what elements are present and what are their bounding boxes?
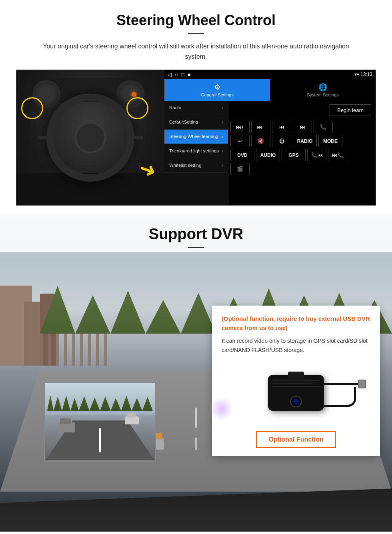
clock: 13:13 (360, 72, 372, 77)
tab-system-label: System Settings (307, 92, 338, 97)
steering-wheel-section: Steering Wheel Control Your original car… (0, 0, 392, 214)
section2-title-wrap: Support DVR (0, 214, 392, 252)
radio-button[interactable]: RADIO (293, 135, 317, 147)
android-content-area: Radio › DefaultSetting › Steering Wheel … (164, 101, 376, 205)
gear-icon: ⚙ (214, 83, 220, 92)
dvr-optional-text: (Optional function, require to buy exter… (222, 314, 370, 332)
prev-button[interactable]: ⏮ (272, 121, 291, 133)
menu-item-radio[interactable]: Radio › (164, 101, 228, 115)
dvr-desc-text: It can record video only to storage in G… (222, 336, 370, 354)
control-row-3: DVD AUDIO GPS 📞⏮ ⏭📞 (230, 149, 374, 161)
section2-title: Support DVR (0, 226, 392, 243)
dvr-thumb-center-line (99, 428, 101, 452)
steering-photo-panel: ➜ (16, 70, 164, 205)
home-icon: ○ (175, 72, 178, 78)
mute-button[interactable]: 🔇 (251, 135, 270, 147)
globe-icon: 🌐 (318, 83, 327, 92)
dvd-button[interactable]: DVD (230, 149, 254, 161)
camera-mount-top (288, 372, 304, 378)
dvr-thumb-scene (45, 383, 155, 460)
dvr-camera-illustration (222, 361, 370, 425)
gps-button[interactable]: GPS (282, 149, 306, 161)
vol-down-button[interactable]: ⏮− (251, 121, 270, 133)
phone-next-button[interactable]: ⏭📞 (328, 149, 347, 161)
optional-function-button[interactable]: Optional Function (256, 431, 336, 448)
statusbar-time: ▾▾ 13:13 (354, 72, 372, 77)
menu-item-steering-label: Steering Wheel learning (169, 134, 218, 140)
light-glow (210, 397, 234, 421)
steering-wheel-ring (46, 94, 134, 182)
audio-button[interactable]: AUDIO (256, 149, 280, 161)
tab-general-label: General Settings (201, 92, 234, 97)
dvr-button[interactable]: 🎬 (230, 163, 250, 175)
chevron-icon-2: › (222, 120, 223, 124)
usb-cable (312, 383, 360, 385)
control-row-2: ↩ 🔇 ⏻ RADIO MODE (230, 135, 374, 147)
menu-item-whitelist-label: Whitelist setting (169, 162, 202, 168)
dvr-thumbnail-image (44, 382, 156, 462)
menu-icon: ■ (188, 72, 191, 78)
dvr-camera-body (268, 375, 324, 411)
right-button-highlight (126, 97, 148, 119)
signal-icon: ▾▾ (354, 72, 360, 77)
support-dvr-section: Support DVR (0, 214, 392, 532)
begin-learn-button[interactable]: Begin learn (330, 104, 371, 116)
menu-item-tricoloured-label: Tricoloured light settings (169, 148, 219, 154)
android-tabs[interactable]: ⚙ General Settings 🌐 System Settings (164, 79, 376, 101)
menu-item-defaultsetting[interactable]: DefaultSetting › (164, 115, 228, 130)
power-button[interactable]: ⏻ (272, 135, 291, 147)
control-row-4: 🎬 (230, 163, 374, 175)
camera-lens (290, 396, 302, 408)
dvr-info-card: (Optional function, require to buy exter… (212, 306, 380, 456)
back-icon: ◁ (168, 72, 172, 78)
chevron-icon-4: › (222, 149, 223, 153)
menu-item-radio-label: Radio (169, 105, 181, 111)
steering-ui-mockup: ➜ ◁ ○ □ ■ ▾▾ 13:13 (16, 70, 376, 206)
phone-button[interactable]: 📞 (314, 121, 333, 133)
section1-divider (188, 33, 204, 34)
chevron-icon-3: › (222, 134, 223, 139)
begin-learn-row: Begin learn (230, 103, 374, 119)
menu-item-tricoloured[interactable]: Tricoloured light settings › (164, 144, 228, 158)
chevron-icon-5: › (222, 163, 223, 168)
steering-wheel-control-grid[interactable]: Begin learn ⏭+ ⏮− ⏮ ⏭ 📞 ↩ 🔇 ⏻ (228, 101, 376, 205)
spoke-left (38, 136, 54, 139)
statusbar-icons: ◁ ○ □ ■ (168, 72, 191, 78)
left-button-highlight (21, 97, 43, 119)
android-statusbar: ◁ ○ □ ■ ▾▾ 13:13 (164, 70, 376, 79)
vol-up-button[interactable]: ⏭+ (230, 121, 250, 133)
menu-item-whitelist[interactable]: Whitelist setting › (164, 158, 228, 173)
spoke-right (127, 136, 143, 139)
steering-photo-inner: ➜ (16, 70, 164, 205)
tab-general-settings[interactable]: ⚙ General Settings (164, 79, 270, 101)
menu-item-steering-wheel[interactable]: Steering Wheel learning › (164, 130, 228, 144)
phone-prev-button[interactable]: 📞⏮ (307, 149, 326, 161)
recents-icon: □ (181, 72, 184, 78)
section1-title: Steering Wheel Control (16, 12, 376, 29)
control-row-1: ⏭+ ⏮− ⏮ ⏭ 📞 (230, 121, 374, 133)
chevron-icon: › (222, 106, 223, 110)
tab-system-settings[interactable]: 🌐 System Settings (270, 79, 376, 101)
mode-button[interactable]: MODE (318, 135, 342, 147)
menu-item-defaultsetting-label: DefaultSetting (169, 119, 198, 125)
back-call-button[interactable]: ↩ (230, 135, 250, 147)
usb-plug (358, 380, 366, 388)
android-panel[interactable]: ◁ ○ □ ■ ▾▾ 13:13 ⚙ General Settings 🌐 (164, 70, 376, 205)
settings-menu-list[interactable]: Radio › DefaultSetting › Steering Wheel … (164, 101, 228, 205)
section1-subtitle: Your original car's steering wheel contr… (32, 41, 360, 62)
section2-divider (188, 247, 204, 248)
next-button[interactable]: ⏭ (293, 121, 312, 133)
